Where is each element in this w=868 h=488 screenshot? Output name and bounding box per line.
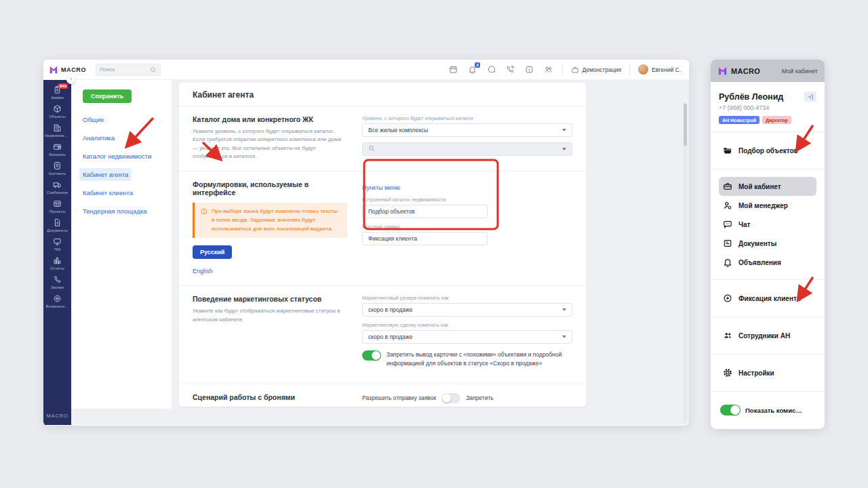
preview-user-phone: +7 (958) 000-4734 (719, 104, 816, 111)
quick-request-input[interactable]: Фиксация клиента (362, 232, 488, 245)
nav-rail: 849 Заявки Объекты Недвижимо… (43, 80, 71, 425)
preview-header-title: Мой кабинет (782, 68, 818, 75)
marketing-deal-select[interactable]: скоро в продаже (362, 330, 572, 344)
preview-item-settings[interactable]: Настройки (719, 362, 816, 384)
show-commission-toggle[interactable] (720, 405, 741, 415)
section-heading: Поведение маркетинговых статусов (193, 295, 347, 303)
submenu-item-client-cabinet[interactable]: Кабинет клиента (79, 186, 136, 199)
chevron-down-icon (562, 336, 566, 338)
chat-icon (723, 220, 732, 229)
sidebar-item-projects[interactable]: Проекты (43, 197, 71, 216)
demo-label: Демонстрация (583, 66, 622, 73)
logo-text: MACRO (731, 67, 760, 75)
section-marketing: Поведение маркетинговых статусов Укажите… (179, 286, 586, 384)
projects-icon (53, 199, 62, 208)
chat-icon[interactable] (487, 65, 496, 74)
preview-item-my-cabinet[interactable]: Мой кабинет (719, 177, 816, 196)
booking-deny-toggle[interactable] (441, 393, 460, 403)
calls-icon[interactable] (506, 65, 515, 74)
catalog-level-select[interactable]: Все жилые комплексы (362, 123, 572, 137)
divider (711, 131, 825, 132)
submenu-item-analytics[interactable]: Аналитика (79, 131, 118, 144)
divider (711, 354, 825, 354)
lang-english-link[interactable]: English (193, 268, 213, 274)
sidebar-item-contacts[interactable]: Контакты (43, 159, 71, 178)
scrollbar[interactable] (684, 102, 687, 422)
logout-button[interactable] (804, 92, 816, 102)
complex-search-select[interactable] (362, 142, 572, 156)
sidebar-item-pm[interactable]: ПМ (43, 235, 71, 254)
section-heading: Каталог дома или конкретного ЖК (193, 115, 347, 123)
sidebar-item-requests[interactable]: 849 Заявки (43, 83, 71, 102)
sidebar-item-reports[interactable]: Отчёты (43, 254, 71, 273)
notifications-badge: 3 (475, 62, 479, 68)
section-wording: Формулировки, используемые в интерфейсе … (179, 171, 586, 286)
preview-item-agency-staff[interactable]: Сотрудники АН (719, 325, 816, 346)
preview-item-object-selection[interactable]: Подбор объектов (719, 140, 816, 161)
submenu-item-agent-cabinet[interactable]: Кабинет агента (79, 168, 132, 181)
search-input[interactable] (100, 66, 150, 73)
preview-item-chat[interactable]: Чат (719, 215, 816, 234)
sidebar-item-documents[interactable]: Документы (43, 216, 71, 235)
marketing-reserve-select[interactable]: скоро в продаже (362, 303, 572, 317)
sidebar-item-calls[interactable]: Звонки (43, 273, 71, 292)
sidebar-collapse-button[interactable]: › (66, 75, 75, 84)
demo-chip[interactable]: Демонстрация (571, 66, 622, 74)
plus-circle-icon (723, 293, 732, 303)
scrollbar-thumb[interactable] (684, 104, 687, 146)
manager-icon (723, 201, 732, 210)
divider (711, 279, 825, 280)
preview-header: MACRO Мой кабинет (711, 60, 825, 82)
preview-item-my-manager[interactable]: Мой менеджер (719, 196, 816, 215)
sidebar-item-objects[interactable]: Объекты (43, 102, 71, 121)
wallet-icon (53, 142, 62, 151)
content-area: Кабинет агента Каталог дома или конкретн… (172, 80, 689, 425)
preview-user-name: Рублёв Леонид (719, 92, 783, 102)
sidebar-item-finance[interactable]: Финансы (43, 140, 71, 159)
submenu-item-catalog[interactable]: Каталог недвижимости (79, 150, 155, 163)
documents-icon (53, 218, 62, 227)
page-title: Кабинет агента (179, 83, 586, 106)
chevron-down-icon (562, 129, 566, 131)
info-icon[interactable] (525, 65, 534, 74)
briefcase-icon (723, 182, 732, 191)
preview-item-client-fixation[interactable]: Фиксация клиента (719, 287, 816, 309)
toggle-label: Запретить вывод карточки с «похожими» об… (387, 350, 572, 368)
logo-text: MACRO (61, 66, 86, 73)
section-heading: Сценарий работы с бронями (193, 393, 347, 401)
sidebar-item-realestate[interactable]: Недвижимо… (43, 121, 71, 140)
avatar (638, 64, 648, 75)
section-description: Укажите уровень, с которого будет открыв… (193, 127, 347, 161)
preview-item-documents[interactable]: Документы (719, 234, 816, 253)
preview-item-announcements[interactable]: Объявления (719, 253, 816, 272)
monitor-icon (53, 237, 62, 246)
building-icon (53, 123, 62, 132)
sidebar-item-supply[interactable]: Снабжение (43, 178, 71, 197)
search-box[interactable] (96, 64, 161, 76)
info-icon (201, 208, 208, 215)
crm-window: MACRO 3 (43, 60, 689, 426)
chevron-down-icon (562, 148, 566, 150)
submenu-item-general[interactable]: Общие (79, 113, 107, 126)
menu-items-link[interactable]: Пункты меню (362, 184, 400, 191)
macro-logo-icon (49, 65, 58, 75)
logout-icon (807, 94, 814, 100)
save-button[interactable]: Сохранить (83, 89, 132, 103)
similar-objects-toggle[interactable] (362, 350, 381, 361)
phone-icon (53, 275, 62, 284)
submenu-item-tender[interactable]: Тендерная площадка (79, 205, 151, 218)
sidebar-item-opportunities[interactable]: Возможно… (43, 292, 71, 311)
requests-badge: 849 (58, 83, 68, 89)
field-label: Уровень, с которого будет открываться ка… (362, 115, 572, 121)
lang-russian-button[interactable]: Русский (193, 245, 232, 259)
notifications-icon[interactable]: 3 (468, 65, 477, 74)
briefcase-icon (571, 66, 579, 74)
embedded-catalog-input[interactable]: Подбор объектов (362, 205, 488, 218)
contacts-icon (53, 161, 62, 170)
section-description: Укажите как будут отображаться маркетинг… (193, 307, 347, 324)
chevron-down-icon (562, 308, 566, 311)
user-chip[interactable]: Евгений С. (638, 64, 681, 75)
calendar-icon[interactable] (449, 65, 458, 74)
bell-icon (723, 258, 732, 267)
users-icon[interactable] (544, 65, 553, 74)
